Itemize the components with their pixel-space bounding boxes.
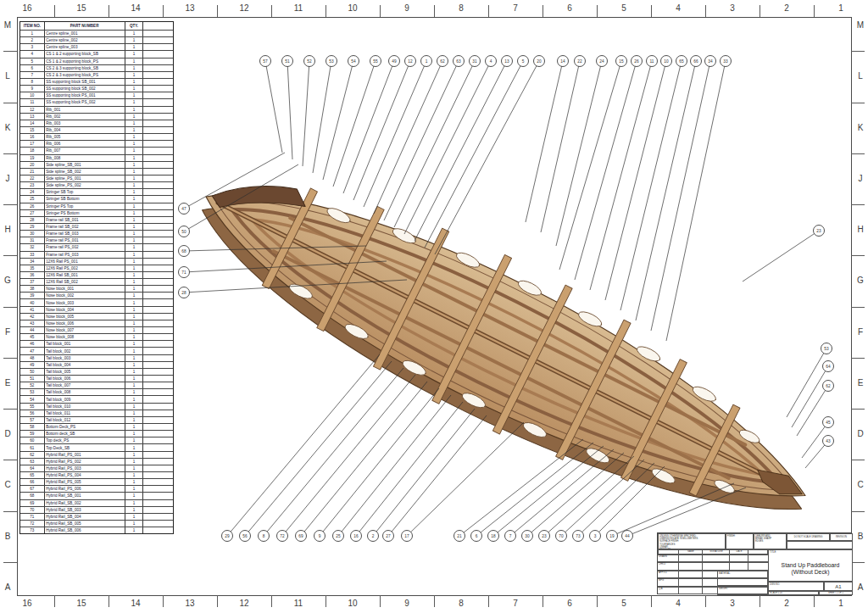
table-row: 32Frame rail PS_0021 (20, 243, 173, 250)
cell-part-number: Frame rail SB_003 (45, 231, 125, 237)
cell-blank (143, 293, 173, 298)
finish-cell: FINISH: (726, 533, 754, 549)
cell-part-number: Nose block_004 (45, 307, 125, 313)
cell-item-no: 50 (20, 369, 45, 375)
cell-item-no: 69 (20, 500, 45, 506)
balloon-callout: 10 (605, 56, 672, 301)
cell-blank (143, 286, 173, 292)
leader-line (333, 61, 376, 187)
cell-blank (143, 493, 173, 499)
balloon-callout: 30 (522, 453, 625, 542)
balloon-callout: 23 (743, 226, 825, 282)
table-row: 4CS 1 & 2 supporting block_SB1 (20, 50, 173, 57)
signature-col-header: SIGNATURE (703, 550, 730, 553)
cell-blank (143, 252, 173, 258)
cell-part-number: Hybrid Rail_SB_001 (45, 493, 125, 499)
table-row: 56Tail block_0111 (20, 410, 173, 416)
cell-blank (143, 79, 173, 85)
balloon-callout: 1 (364, 56, 432, 208)
balloon-number: 55 (373, 59, 378, 64)
table-row: 31Frame rail PS_0011 (20, 237, 173, 243)
cell-item-no: 20 (20, 162, 45, 168)
cell-qty: 1 (125, 92, 144, 98)
cell-blank (143, 362, 173, 368)
cell-item-no: 54 (20, 396, 45, 402)
scale-label: SCALE:1:20 (768, 591, 819, 595)
cell-part-number: CS 1 & 2 supporting block_SB (45, 51, 125, 57)
cell-item-no: 10 (20, 92, 45, 98)
cell-blank (143, 459, 173, 465)
cell-part-number: Nose block_006 (45, 320, 125, 326)
table-row: 29Frame rail SB_0021 (20, 223, 173, 230)
balloon-number: 30 (525, 534, 530, 538)
cell-blank (143, 376, 173, 382)
cell-part-number: Centre spline_003 (45, 44, 125, 50)
balloon-number: 3 (594, 534, 597, 538)
cell-qty: 1 (125, 155, 144, 161)
balloon-callout: 8 (259, 368, 404, 542)
table-row: 23Side spline_PS_0021 (20, 181, 173, 188)
table-row: 3512X6 Rail PS_0021 (20, 265, 173, 271)
balloon-callout: 53 (313, 56, 337, 174)
cell-qty: 1 (125, 334, 144, 340)
leader-line (353, 61, 410, 200)
leader-line (787, 348, 826, 417)
approval-row (658, 571, 768, 578)
col-header-blank (143, 22, 173, 30)
cell-qty: 1 (125, 279, 144, 285)
cell-item-no: 47 (20, 348, 45, 354)
cell-qty: 1 (125, 272, 144, 278)
leader-line (425, 61, 523, 248)
leader-line (313, 61, 331, 173)
cell-part-number: SS supporting block PS_002 (45, 99, 125, 105)
cell-item-no: 41 (20, 307, 45, 313)
table-row: 33Frame rail PS_0031 (20, 251, 173, 258)
balloon-number: 23 (816, 229, 821, 233)
balloon-callout: 50 (179, 164, 299, 237)
leader-line (435, 61, 539, 254)
cell-item-no: 29 (20, 224, 45, 230)
leader-line (459, 439, 583, 536)
balloon-number: 18 (491, 534, 496, 538)
cell-part-number: Frame rail PS_001 (45, 237, 125, 243)
leader-line (356, 402, 463, 536)
cell-qty: 1 (125, 424, 144, 430)
balloon-number: 17 (404, 534, 409, 538)
cell-part-number: Rib_007 (45, 148, 125, 153)
balloon-number: 7 (509, 534, 512, 538)
balloon-callout: 27 (383, 415, 487, 542)
leader-line (575, 61, 637, 280)
cell-blank (143, 334, 173, 340)
balloon-number: 73 (576, 534, 581, 538)
cell-part-number: Centre spline_001 (45, 31, 125, 36)
leader-line (605, 61, 666, 300)
cell-part-number: Tail block_008 (45, 389, 125, 395)
cell-part-number: Rib_008 (45, 155, 125, 161)
cell-item-no: 55 (20, 404, 45, 410)
balloon-number: 52 (307, 59, 312, 64)
table-row: 52Tail block_0071 (20, 382, 173, 388)
balloon-number: 65 (679, 59, 684, 64)
cell-part-number: Stringer PS Top (45, 203, 125, 209)
cell-blank (143, 59, 173, 64)
cell-item-no: 57 (20, 417, 45, 423)
deburr-note: DEBURR AND BREAK SHARP EDGES (754, 533, 787, 549)
balloon-callout: 25 (333, 395, 452, 542)
cell-part-number: Side spline_PS_001 (45, 176, 125, 181)
cell-part-number: Stringer SB Top (45, 189, 125, 195)
cell-blank (143, 65, 173, 71)
leader-line (620, 61, 682, 310)
cell-item-no: 34 (20, 259, 45, 265)
cell-part-number: Centre spline_002 (45, 37, 125, 43)
cell-qty: 1 (125, 244, 144, 250)
cell-blank (143, 44, 173, 50)
cell-blank (143, 452, 173, 458)
balloon-number: 53 (824, 347, 829, 351)
table-row: 50Tail block_0051 (20, 368, 173, 375)
cell-item-no: 49 (20, 362, 45, 368)
cell-part-number: 12X6 Rail PS_001 (45, 259, 125, 265)
cell-blank (143, 148, 173, 153)
cell-part-number: Rib_004 (45, 127, 125, 133)
cell-part-number: Rib_002 (45, 114, 125, 120)
balloon-number: 23 (542, 534, 547, 538)
